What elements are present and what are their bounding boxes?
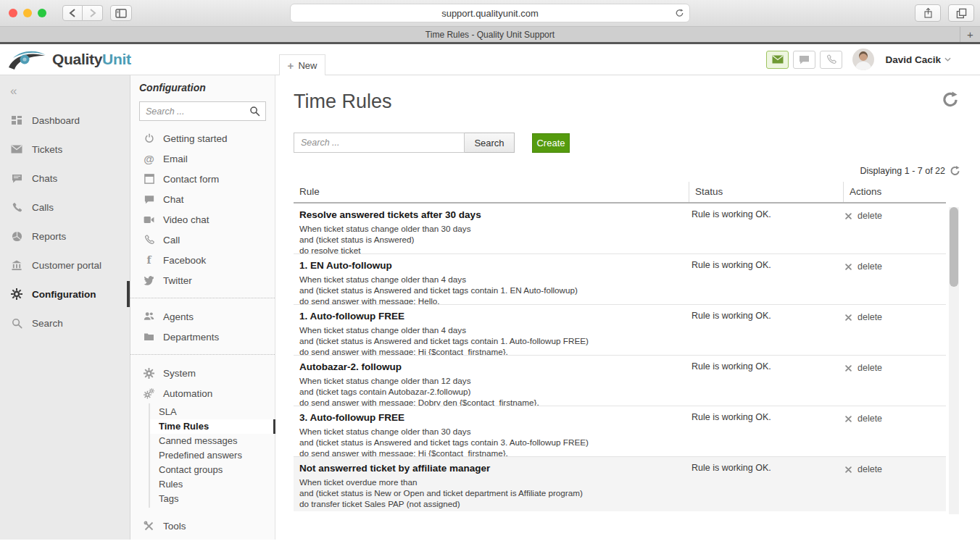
chevron-left-icon	[69, 9, 76, 17]
rule-condition: and (ticket status is Answered and ticke…	[299, 437, 689, 448]
sub-item-predefined-answers[interactable]: Predefined answers	[150, 448, 275, 463]
sidebar-icon	[115, 9, 127, 18]
rules-search-input[interactable]	[294, 133, 465, 153]
sidebar-item-chats[interactable]: Chats	[0, 164, 130, 193]
rule-condition: When ticket status change older than 30 …	[299, 223, 689, 234]
configuration-search[interactable]	[139, 101, 266, 121]
browser-toolbar: support.qualityunit.com	[0, 0, 980, 27]
sub-item-canned-messages[interactable]: Canned messages	[150, 434, 275, 448]
rule-title[interactable]: 3. Auto-followup FREE	[299, 412, 689, 423]
config-item-video-chat[interactable]: Video chat	[130, 209, 275, 230]
sub-item-time-rules[interactable]: Time Rules	[150, 419, 275, 434]
table-scrollbar[interactable]	[949, 207, 959, 514]
envelope-icon	[772, 55, 784, 64]
chat-bubble-icon	[143, 195, 155, 204]
sidebar-item-dashboard[interactable]: Dashboard	[0, 106, 130, 135]
search-icon[interactable]	[249, 106, 260, 117]
call-channel-button[interactable]	[820, 51, 842, 69]
delete-button[interactable]: delete	[845, 312, 946, 322]
delete-button[interactable]: delete	[845, 261, 946, 272]
table-row[interactable]: Resolve answered tickets after 30 days W…	[294, 204, 946, 254]
zoom-window-button[interactable]	[38, 9, 46, 17]
tab-bar: Time Rules - Quality Unit Support +	[0, 27, 980, 44]
show-tabs-button[interactable]	[948, 4, 974, 22]
column-header-rule[interactable]: Rule	[294, 182, 689, 202]
forward-button[interactable]	[83, 5, 103, 21]
rule-title[interactable]: Not answerred ticket by affiliate manage…	[299, 463, 689, 474]
config-item-chat[interactable]: Chat	[130, 189, 275, 209]
share-button[interactable]	[915, 4, 941, 22]
collapse-sidebar-button[interactable]: «	[0, 81, 130, 106]
config-item-twitter[interactable]: Twitter	[130, 270, 275, 290]
rule-title[interactable]: Autobazar-2. followup	[299, 361, 689, 372]
main-sidebar: « Dashboard Tickets Chats Calls Reports …	[0, 75, 130, 540]
config-item-automation[interactable]: Automation	[130, 383, 275, 403]
table-row[interactable]: 1. Auto-followup FREE When ticket status…	[294, 305, 946, 356]
rule-action: do resolve ticket	[299, 245, 689, 254]
config-item-getting-started[interactable]: Getting started	[130, 128, 275, 148]
rule-condition: When ticket status change older than 4 d…	[299, 274, 689, 285]
table-row[interactable]: Not answerred ticket by affiliate manage…	[294, 457, 946, 511]
rule-title[interactable]: 1. EN Auto-followup	[299, 260, 689, 271]
delete-button[interactable]: delete	[845, 464, 946, 474]
address-bar[interactable]: support.qualityunit.com	[290, 4, 690, 22]
share-icon	[923, 7, 933, 19]
column-header-actions[interactable]: Actions	[843, 182, 946, 202]
tools-icon	[143, 521, 155, 532]
x-icon	[845, 264, 852, 270]
active-indicator	[127, 281, 130, 307]
sidebar-item-reports[interactable]: Reports	[0, 222, 130, 251]
sub-item-sla[interactable]: SLA	[150, 405, 275, 419]
config-item-tools[interactable]: Tools	[130, 516, 275, 536]
rule-title[interactable]: 1. Auto-followup FREE	[299, 311, 689, 322]
table-row[interactable]: Autobazar-2. followup When ticket status…	[294, 356, 946, 406]
config-item-email[interactable]: @ Email	[130, 148, 275, 169]
config-item-contact-form[interactable]: Contact form	[130, 169, 275, 189]
avatar[interactable]	[852, 49, 874, 70]
delete-button[interactable]: delete	[845, 414, 946, 424]
config-item-departments[interactable]: Departments	[130, 327, 275, 347]
chat-channel-button[interactable]	[793, 51, 815, 69]
close-window-button[interactable]	[9, 9, 17, 17]
config-item-agents[interactable]: Agents	[130, 306, 275, 327]
mail-channel-button[interactable]	[766, 51, 789, 69]
configuration-search-input[interactable]	[140, 106, 241, 117]
reload-button[interactable]	[675, 8, 684, 18]
table-row[interactable]: 1. EN Auto-followup When ticket status c…	[294, 254, 946, 305]
sidebar-toggle-button[interactable]	[110, 5, 132, 21]
minimize-window-button[interactable]	[23, 9, 32, 17]
user-menu[interactable]: David Cacik	[885, 54, 951, 65]
rule-action: do send answer with message: Hello,	[299, 295, 689, 305]
delete-button[interactable]: delete	[845, 363, 946, 373]
rule-condition: When ticket status change older than 30 …	[299, 426, 689, 437]
config-item-facebook[interactable]: f Facebook	[130, 250, 275, 270]
back-button[interactable]	[62, 5, 83, 21]
refresh-button[interactable]	[942, 91, 959, 109]
sidebar-item-search[interactable]: Search	[0, 309, 130, 337]
new-button[interactable]: + New	[279, 54, 325, 75]
sub-item-contact-groups[interactable]: Contact groups	[150, 463, 275, 477]
phone-icon	[10, 202, 23, 213]
search-button[interactable]: Search	[465, 133, 515, 153]
config-item-system[interactable]: System	[130, 363, 275, 383]
logo-swoosh-icon	[7, 47, 48, 72]
sidebar-item-calls[interactable]: Calls	[0, 193, 130, 222]
column-header-status[interactable]: Status	[689, 182, 843, 202]
sub-item-tags[interactable]: Tags	[150, 492, 275, 506]
sidebar-item-customer-portal[interactable]: Customer portal	[0, 251, 130, 280]
refresh-list-button[interactable]	[950, 165, 960, 177]
delete-button[interactable]: delete	[845, 211, 946, 221]
new-tab-button[interactable]: +	[960, 27, 980, 42]
rule-title[interactable]: Resolve answered tickets after 30 days	[299, 209, 689, 220]
sidebar-item-configuration[interactable]: Configuration	[0, 280, 130, 309]
rule-status: Rule is working OK.	[689, 204, 843, 254]
config-item-call[interactable]: Call	[130, 230, 275, 250]
tab-title[interactable]: Time Rules - Quality Unit Support	[0, 30, 980, 40]
create-button[interactable]: Create	[532, 133, 570, 153]
plus-icon: +	[288, 59, 294, 72]
envelope-icon	[10, 145, 23, 154]
scrollbar-thumb[interactable]	[950, 207, 958, 287]
table-row[interactable]: 3. Auto-followup FREE When ticket status…	[294, 406, 946, 457]
sub-item-rules[interactable]: Rules	[150, 477, 275, 492]
sidebar-item-tickets[interactable]: Tickets	[0, 135, 130, 164]
